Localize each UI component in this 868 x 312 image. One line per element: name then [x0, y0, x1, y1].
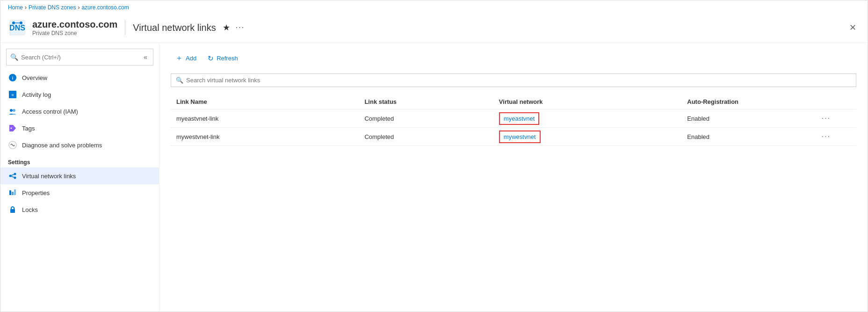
virtual-network-links-icon — [8, 171, 17, 181]
row1-link-name: myeastvnet-link — [171, 109, 359, 128]
svg-rect-20 — [14, 189, 16, 195]
sidebar-item-properties-label: Properties — [22, 189, 50, 196]
sidebar-item-properties[interactable]: Properties — [0, 184, 159, 201]
favorite-button[interactable]: ★ — [222, 22, 231, 34]
row2-auto-registration: Enabled — [681, 128, 816, 146]
main-container: Home › Private DNS zones › azure.contoso… — [0, 0, 868, 312]
sidebar-item-access-control[interactable]: Access control (IAM) — [0, 103, 159, 120]
row1-actions: ··· — [816, 109, 856, 128]
sidebar-item-virtual-network-links[interactable]: Virtual network links — [0, 167, 159, 184]
sidebar-item-diagnose[interactable]: Diagnose and solve problems — [0, 137, 159, 153]
settings-section-label: Settings — [0, 153, 159, 167]
add-icon: ＋ — [175, 53, 183, 63]
breadcrumb-current[interactable]: azure.contoso.com — [81, 4, 129, 11]
content-area: ＋ Add ↻ Refresh 🔍 Link Name Link stat — [159, 43, 868, 312]
sidebar-item-activity-log[interactable]: ≡ Activity log — [0, 86, 159, 103]
svg-text:≡: ≡ — [11, 93, 14, 97]
sidebar-item-virtual-network-links-label: Virtual network links — [22, 173, 76, 180]
sidebar: 🔍 « i Overview ≡ Activity log — [0, 43, 159, 312]
sidebar-item-locks[interactable]: Locks — [0, 201, 159, 218]
table-header-row: Link Name Link status Virtual network Au… — [171, 94, 856, 109]
svg-rect-19 — [12, 192, 14, 195]
col-header-link-status: Link status — [359, 94, 493, 109]
row2-link-name: mywestvnet-link — [171, 128, 359, 146]
svg-point-15 — [14, 177, 16, 179]
page-header: DNS azure.contoso.com Private DNS zone V… — [0, 15, 868, 43]
svg-text:i: i — [12, 76, 14, 80]
sidebar-search-box: 🔍 « — [6, 49, 153, 65]
main-body: 🔍 « i Overview ≡ Activity log — [0, 43, 868, 312]
breadcrumb-sep2: › — [78, 4, 80, 11]
page-title: Virtual network links — [133, 22, 216, 33]
row1-virtual-network: myeastvnet — [493, 109, 681, 128]
svg-point-9 — [10, 109, 13, 112]
row1-vnet-link[interactable]: myeastvnet — [504, 115, 535, 122]
row2-vnet-link[interactable]: mywestvnet — [504, 133, 536, 140]
access-control-icon — [8, 107, 17, 116]
add-label: Add — [186, 55, 196, 62]
add-button[interactable]: ＋ Add — [171, 51, 201, 66]
row1-more-button[interactable]: ··· — [822, 114, 831, 123]
activity-log-icon: ≡ — [8, 90, 17, 99]
sidebar-item-diagnose-label: Diagnose and solve problems — [22, 142, 102, 149]
header-actions: ★ ··· — [222, 22, 246, 34]
table-search-icon: 🔍 — [176, 77, 183, 84]
overview-icon: i — [8, 73, 17, 82]
row1-auto-registration: Enabled — [681, 109, 816, 128]
svg-text:DNS: DNS — [9, 24, 25, 32]
svg-point-14 — [14, 173, 16, 175]
table-search-bar: 🔍 — [171, 73, 856, 87]
collapse-sidebar-button[interactable]: « — [142, 51, 149, 63]
svg-rect-18 — [9, 190, 11, 195]
table-search-input[interactable] — [186, 77, 851, 84]
refresh-button[interactable]: ↻ Refresh — [203, 51, 243, 65]
sidebar-item-access-control-label: Access control (IAM) — [22, 108, 78, 115]
toolbar: ＋ Add ↻ Refresh — [171, 51, 856, 66]
sidebar-search-input[interactable] — [21, 54, 139, 61]
resource-title-block: azure.contoso.com Private DNS zone — [32, 19, 117, 36]
breadcrumb-dns-zones[interactable]: Private DNS zones — [29, 4, 76, 11]
col-header-actions — [816, 94, 856, 109]
row2-link-status: Completed — [359, 128, 493, 146]
resource-subtitle: Private DNS zone — [32, 30, 117, 36]
diagnose-icon — [8, 140, 17, 150]
virtual-network-links-table: Link Name Link status Virtual network Au… — [171, 94, 856, 146]
resource-icon: DNS — [8, 18, 27, 37]
svg-point-11 — [11, 128, 12, 129]
svg-point-10 — [13, 109, 15, 112]
svg-line-16 — [11, 174, 14, 175]
svg-rect-21 — [10, 209, 15, 213]
row2-vnet-highlight: mywestvnet — [499, 131, 541, 143]
col-header-virtual-network: Virtual network — [493, 94, 681, 109]
resource-name: azure.contoso.com — [32, 19, 117, 30]
col-header-auto-registration: Auto-Registration — [681, 94, 816, 109]
breadcrumb-sep1: › — [25, 4, 27, 11]
sidebar-item-overview[interactable]: i Overview — [0, 69, 159, 86]
row1-vnet-highlight: myeastvnet — [499, 112, 539, 125]
sidebar-item-tags[interactable]: Tags — [0, 120, 159, 137]
svg-point-13 — [9, 175, 12, 177]
table-row: mywestvnet-link Completed mywestvnet Ena… — [171, 128, 856, 146]
sidebar-item-tags-label: Tags — [22, 125, 35, 132]
table-row: myeastvnet-link Completed myeastvnet Ena… — [171, 109, 856, 128]
breadcrumb: Home › Private DNS zones › azure.contoso… — [0, 0, 868, 15]
header-divider — [125, 20, 125, 35]
more-options-button[interactable]: ··· — [235, 22, 246, 33]
col-header-link-name: Link Name — [171, 94, 359, 109]
row2-more-button[interactable]: ··· — [822, 132, 831, 141]
breadcrumb-home[interactable]: Home — [8, 4, 23, 11]
properties-icon — [8, 188, 17, 197]
locks-icon — [8, 205, 17, 214]
search-icon: 🔍 — [10, 53, 18, 61]
close-button[interactable]: ✕ — [846, 21, 860, 35]
tags-icon — [8, 123, 17, 133]
sidebar-item-activity-log-label: Activity log — [22, 91, 51, 98]
refresh-label: Refresh — [217, 55, 238, 62]
svg-line-17 — [11, 176, 14, 177]
row1-link-status: Completed — [359, 109, 493, 128]
sidebar-item-locks-label: Locks — [22, 206, 38, 213]
sidebar-item-overview-label: Overview — [22, 74, 47, 81]
row2-virtual-network: mywestvnet — [493, 128, 681, 146]
refresh-icon: ↻ — [208, 54, 214, 63]
row2-actions: ··· — [816, 128, 856, 146]
